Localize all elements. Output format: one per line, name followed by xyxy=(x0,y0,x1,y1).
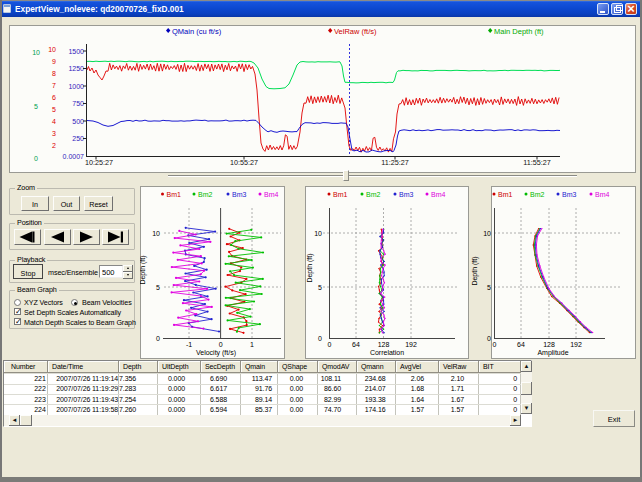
svg-text:Bm1: Bm1 xyxy=(167,191,182,198)
svg-text:Bm4: Bm4 xyxy=(264,191,279,198)
svg-text:128: 128 xyxy=(378,341,390,348)
svg-text:0: 0 xyxy=(318,335,322,342)
svg-text:Bm4: Bm4 xyxy=(431,191,446,198)
svg-text:Depth (ft): Depth (ft) xyxy=(306,253,314,282)
svg-text:64: 64 xyxy=(517,341,525,348)
svg-text:2: 2 xyxy=(52,142,56,149)
svg-text:Depth (ft): Depth (ft) xyxy=(471,256,479,285)
svg-text:0: 0 xyxy=(487,335,491,342)
svg-text:Amplitude: Amplitude xyxy=(537,349,568,357)
svg-text:Bm2: Bm2 xyxy=(530,191,545,198)
svg-text:8: 8 xyxy=(52,70,56,77)
svg-text:7: 7 xyxy=(52,82,56,89)
svg-text:5: 5 xyxy=(487,284,491,291)
svg-text:128: 128 xyxy=(543,341,555,348)
svg-text:10: 10 xyxy=(48,46,56,53)
svg-text:5: 5 xyxy=(52,106,56,113)
svg-text:0: 0 xyxy=(219,341,223,348)
svg-text:3: 3 xyxy=(52,130,56,137)
svg-text:-1: -1 xyxy=(186,341,192,348)
svg-text:10: 10 xyxy=(483,230,491,237)
svg-text:Bm4: Bm4 xyxy=(595,191,610,198)
svg-text:10:55:27: 10:55:27 xyxy=(230,158,258,167)
svg-text:192: 192 xyxy=(570,341,582,348)
svg-text:750: 750 xyxy=(72,100,84,107)
svg-text:250: 250 xyxy=(72,135,84,142)
svg-text:6: 6 xyxy=(52,94,56,101)
svg-text:1250: 1250 xyxy=(68,65,84,72)
svg-text:1500: 1500 xyxy=(68,48,84,55)
svg-text:4: 4 xyxy=(52,118,56,125)
svg-text:5: 5 xyxy=(34,103,38,110)
svg-text:5: 5 xyxy=(156,284,160,291)
svg-text:10: 10 xyxy=(314,230,322,237)
svg-text:10:25:27: 10:25:27 xyxy=(85,158,113,167)
svg-text:10: 10 xyxy=(32,49,40,56)
svg-text:0: 0 xyxy=(328,341,332,348)
svg-text:QMain (cu ft/s): QMain (cu ft/s) xyxy=(172,27,222,36)
svg-text:Correlation: Correlation xyxy=(370,349,404,356)
svg-text:64: 64 xyxy=(352,341,360,348)
svg-text:1: 1 xyxy=(250,341,254,348)
svg-text:0: 0 xyxy=(156,335,160,342)
svg-text:Bm3: Bm3 xyxy=(232,191,247,198)
svg-text:9: 9 xyxy=(52,58,56,65)
svg-text:11:25:27: 11:25:27 xyxy=(381,158,408,167)
svg-text:11:55:27: 11:55:27 xyxy=(523,158,550,167)
svg-text:0.0007: 0.0007 xyxy=(63,153,85,160)
svg-text:500: 500 xyxy=(72,118,84,125)
svg-text:Bm3: Bm3 xyxy=(562,191,577,198)
svg-text:Bm2: Bm2 xyxy=(198,191,213,198)
svg-text:Main Depth (ft): Main Depth (ft) xyxy=(494,27,544,36)
svg-text:0: 0 xyxy=(34,155,38,162)
svg-text:Velocity (ft/s): Velocity (ft/s) xyxy=(196,349,236,357)
svg-text:Bm3: Bm3 xyxy=(399,191,414,198)
svg-text:Depth (ft): Depth (ft) xyxy=(140,255,147,284)
svg-text:10: 10 xyxy=(152,230,160,237)
svg-text:VelRaw (ft/s): VelRaw (ft/s) xyxy=(334,27,377,36)
svg-text:Bm2: Bm2 xyxy=(366,191,381,198)
svg-text:Bm1: Bm1 xyxy=(333,191,348,198)
svg-text:1000: 1000 xyxy=(68,83,84,90)
svg-text:0: 0 xyxy=(493,341,497,348)
svg-text:5: 5 xyxy=(318,284,322,291)
svg-text:192: 192 xyxy=(405,341,417,348)
svg-text:Bm1: Bm1 xyxy=(498,191,513,198)
